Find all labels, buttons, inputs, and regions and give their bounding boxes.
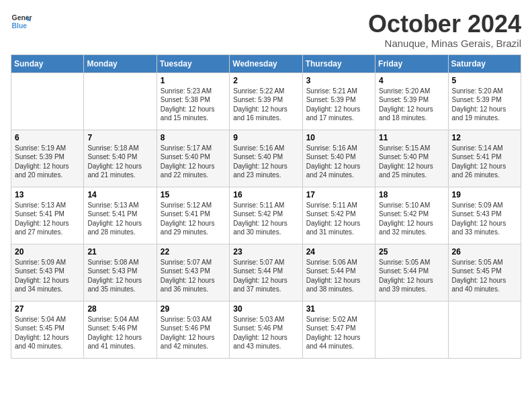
day-number: 15 <box>161 190 226 199</box>
calendar-cell <box>11 73 84 130</box>
calendar-cell <box>448 301 521 358</box>
day-detail: Sunrise: 5:23 AM Sunset: 5:38 PM Dayligh… <box>161 87 226 123</box>
day-number: 2 <box>233 76 298 85</box>
day-detail: Sunrise: 5:21 AM Sunset: 5:39 PM Dayligh… <box>306 87 371 123</box>
calendar-cell: 3Sunrise: 5:21 AM Sunset: 5:39 PM Daylig… <box>302 73 375 130</box>
day-number: 20 <box>15 247 80 257</box>
day-number: 29 <box>161 304 226 314</box>
calendar-cell: 26Sunrise: 5:05 AM Sunset: 5:45 PM Dayli… <box>448 244 521 301</box>
calendar-cell: 24Sunrise: 5:06 AM Sunset: 5:44 PM Dayli… <box>302 244 375 301</box>
calendar-cell: 10Sunrise: 5:16 AM Sunset: 5:40 PM Dayli… <box>302 130 375 187</box>
day-detail: Sunrise: 5:20 AM Sunset: 5:39 PM Dayligh… <box>452 87 517 123</box>
calendar-cell: 22Sunrise: 5:07 AM Sunset: 5:43 PM Dayli… <box>157 244 229 301</box>
day-detail: Sunrise: 5:07 AM Sunset: 5:44 PM Dayligh… <box>233 258 298 294</box>
day-detail: Sunrise: 5:07 AM Sunset: 5:43 PM Dayligh… <box>161 258 226 294</box>
calendar-cell: 2Sunrise: 5:22 AM Sunset: 5:39 PM Daylig… <box>230 73 302 130</box>
day-number: 19 <box>452 190 517 199</box>
calendar-cell: 14Sunrise: 5:13 AM Sunset: 5:41 PM Dayli… <box>84 187 157 244</box>
day-detail: Sunrise: 5:11 AM Sunset: 5:42 PM Dayligh… <box>233 201 298 237</box>
weekday-header: Saturday <box>448 54 521 73</box>
calendar-cell: 12Sunrise: 5:14 AM Sunset: 5:41 PM Dayli… <box>448 130 521 187</box>
day-number: 27 <box>15 304 80 314</box>
day-number: 3 <box>306 76 371 85</box>
day-detail: Sunrise: 5:04 AM Sunset: 5:45 PM Dayligh… <box>15 315 80 351</box>
calendar-cell: 16Sunrise: 5:11 AM Sunset: 5:42 PM Dayli… <box>230 187 302 244</box>
calendar-cell: 23Sunrise: 5:07 AM Sunset: 5:44 PM Dayli… <box>230 244 302 301</box>
weekday-header: Wednesday <box>230 54 302 73</box>
calendar-cell: 1Sunrise: 5:23 AM Sunset: 5:38 PM Daylig… <box>157 73 229 130</box>
calendar-cell: 18Sunrise: 5:10 AM Sunset: 5:42 PM Dayli… <box>375 187 448 244</box>
day-number: 1 <box>161 76 226 85</box>
day-number: 22 <box>161 247 226 257</box>
weekday-header: Friday <box>375 54 448 73</box>
day-number: 10 <box>306 133 371 142</box>
day-detail: Sunrise: 5:04 AM Sunset: 5:46 PM Dayligh… <box>87 315 152 351</box>
calendar-cell: 8Sunrise: 5:17 AM Sunset: 5:40 PM Daylig… <box>157 130 229 187</box>
logo-icon: General Blue <box>11 11 32 32</box>
calendar-week-row: 27Sunrise: 5:04 AM Sunset: 5:45 PM Dayli… <box>11 301 521 358</box>
calendar-cell: 21Sunrise: 5:08 AM Sunset: 5:43 PM Dayli… <box>84 244 157 301</box>
day-number: 21 <box>87 247 152 257</box>
day-number: 6 <box>15 133 80 142</box>
month-title: October 2024 <box>368 11 521 38</box>
day-detail: Sunrise: 5:12 AM Sunset: 5:41 PM Dayligh… <box>161 201 226 237</box>
day-detail: Sunrise: 5:11 AM Sunset: 5:42 PM Dayligh… <box>306 201 371 237</box>
weekday-header-row: SundayMondayTuesdayWednesdayThursdayFrid… <box>11 54 521 73</box>
day-detail: Sunrise: 5:13 AM Sunset: 5:41 PM Dayligh… <box>87 201 152 237</box>
day-detail: Sunrise: 5:08 AM Sunset: 5:43 PM Dayligh… <box>87 258 152 294</box>
day-number: 16 <box>233 190 298 199</box>
day-number: 26 <box>452 247 517 257</box>
day-detail: Sunrise: 5:05 AM Sunset: 5:45 PM Dayligh… <box>452 258 517 294</box>
day-detail: Sunrise: 5:03 AM Sunset: 5:46 PM Dayligh… <box>161 315 226 351</box>
day-detail: Sunrise: 5:15 AM Sunset: 5:40 PM Dayligh… <box>379 144 444 180</box>
day-number: 30 <box>233 304 298 314</box>
weekday-header: Thursday <box>302 54 375 73</box>
calendar-cell: 19Sunrise: 5:09 AM Sunset: 5:43 PM Dayli… <box>448 187 521 244</box>
calendar-cell: 13Sunrise: 5:13 AM Sunset: 5:41 PM Dayli… <box>11 187 84 244</box>
calendar-week-row: 13Sunrise: 5:13 AM Sunset: 5:41 PM Dayli… <box>11 187 521 244</box>
day-number: 4 <box>379 76 444 85</box>
day-detail: Sunrise: 5:16 AM Sunset: 5:40 PM Dayligh… <box>233 144 298 180</box>
weekday-header: Monday <box>84 54 157 73</box>
day-detail: Sunrise: 5:06 AM Sunset: 5:44 PM Dayligh… <box>306 258 371 294</box>
title-block: October 2024 Nanuque, Minas Gerais, Braz… <box>368 11 521 49</box>
calendar-cell: 9Sunrise: 5:16 AM Sunset: 5:40 PM Daylig… <box>230 130 302 187</box>
day-detail: Sunrise: 5:14 AM Sunset: 5:41 PM Dayligh… <box>452 144 517 180</box>
day-number: 7 <box>87 133 152 142</box>
day-detail: Sunrise: 5:02 AM Sunset: 5:47 PM Dayligh… <box>306 315 371 351</box>
day-detail: Sunrise: 5:03 AM Sunset: 5:46 PM Dayligh… <box>233 315 298 351</box>
calendar-cell: 4Sunrise: 5:20 AM Sunset: 5:39 PM Daylig… <box>375 73 448 130</box>
svg-text:Blue: Blue <box>12 22 28 30</box>
calendar-cell: 20Sunrise: 5:09 AM Sunset: 5:43 PM Dayli… <box>11 244 84 301</box>
calendar-cell: 28Sunrise: 5:04 AM Sunset: 5:46 PM Dayli… <box>84 301 157 358</box>
calendar-week-row: 20Sunrise: 5:09 AM Sunset: 5:43 PM Dayli… <box>11 244 521 301</box>
calendar-cell: 29Sunrise: 5:03 AM Sunset: 5:46 PM Dayli… <box>157 301 229 358</box>
calendar-cell: 15Sunrise: 5:12 AM Sunset: 5:41 PM Dayli… <box>157 187 229 244</box>
location: Nanuque, Minas Gerais, Brazil <box>368 38 521 49</box>
day-detail: Sunrise: 5:22 AM Sunset: 5:39 PM Dayligh… <box>233 87 298 123</box>
calendar-cell: 25Sunrise: 5:05 AM Sunset: 5:44 PM Dayli… <box>375 244 448 301</box>
day-number: 24 <box>306 247 371 257</box>
calendar-cell: 17Sunrise: 5:11 AM Sunset: 5:42 PM Dayli… <box>302 187 375 244</box>
calendar-cell: 27Sunrise: 5:04 AM Sunset: 5:45 PM Dayli… <box>11 301 84 358</box>
day-detail: Sunrise: 5:09 AM Sunset: 5:43 PM Dayligh… <box>452 201 517 237</box>
day-number: 12 <box>452 133 517 142</box>
calendar-week-row: 1Sunrise: 5:23 AM Sunset: 5:38 PM Daylig… <box>11 73 521 130</box>
calendar-cell: 5Sunrise: 5:20 AM Sunset: 5:39 PM Daylig… <box>448 73 521 130</box>
day-number: 13 <box>15 190 80 199</box>
day-number: 14 <box>87 190 152 199</box>
calendar-cell: 11Sunrise: 5:15 AM Sunset: 5:40 PM Dayli… <box>375 130 448 187</box>
day-number: 28 <box>87 304 152 314</box>
calendar-cell <box>84 73 157 130</box>
weekday-header: Tuesday <box>157 54 229 73</box>
calendar-cell: 30Sunrise: 5:03 AM Sunset: 5:46 PM Dayli… <box>230 301 302 358</box>
day-detail: Sunrise: 5:20 AM Sunset: 5:39 PM Dayligh… <box>379 87 444 123</box>
day-number: 17 <box>306 190 371 199</box>
calendar-table: SundayMondayTuesdayWednesdayThursdayFrid… <box>11 54 521 359</box>
weekday-header: Sunday <box>11 54 84 73</box>
day-detail: Sunrise: 5:13 AM Sunset: 5:41 PM Dayligh… <box>15 201 80 237</box>
day-detail: Sunrise: 5:16 AM Sunset: 5:40 PM Dayligh… <box>306 144 371 180</box>
day-number: 18 <box>379 190 444 199</box>
day-detail: Sunrise: 5:18 AM Sunset: 5:40 PM Dayligh… <box>87 144 152 180</box>
calendar-week-row: 6Sunrise: 5:19 AM Sunset: 5:39 PM Daylig… <box>11 130 521 187</box>
